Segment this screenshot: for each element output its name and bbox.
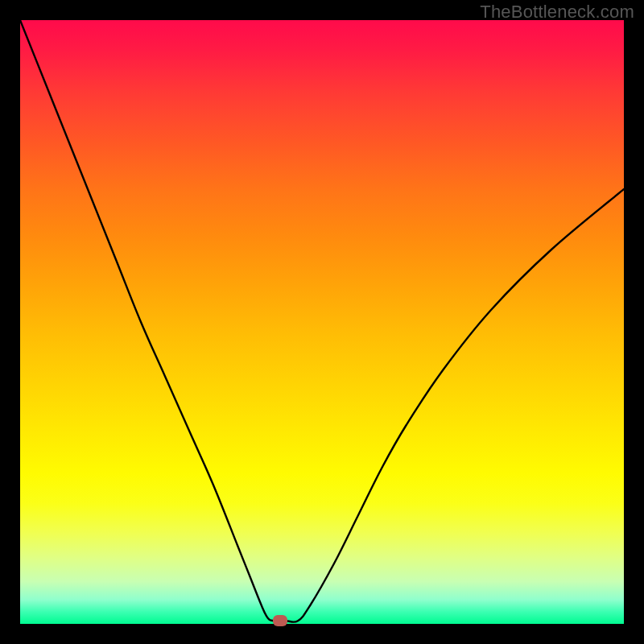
bottleneck-curve: [20, 20, 624, 622]
plot-area: [20, 20, 624, 624]
watermark-text: TheBottleneck.com: [480, 2, 634, 23]
curve-svg: [20, 20, 624, 624]
chart-container: TheBottleneck.com: [0, 0, 644, 644]
optimal-point-marker: [273, 615, 287, 626]
